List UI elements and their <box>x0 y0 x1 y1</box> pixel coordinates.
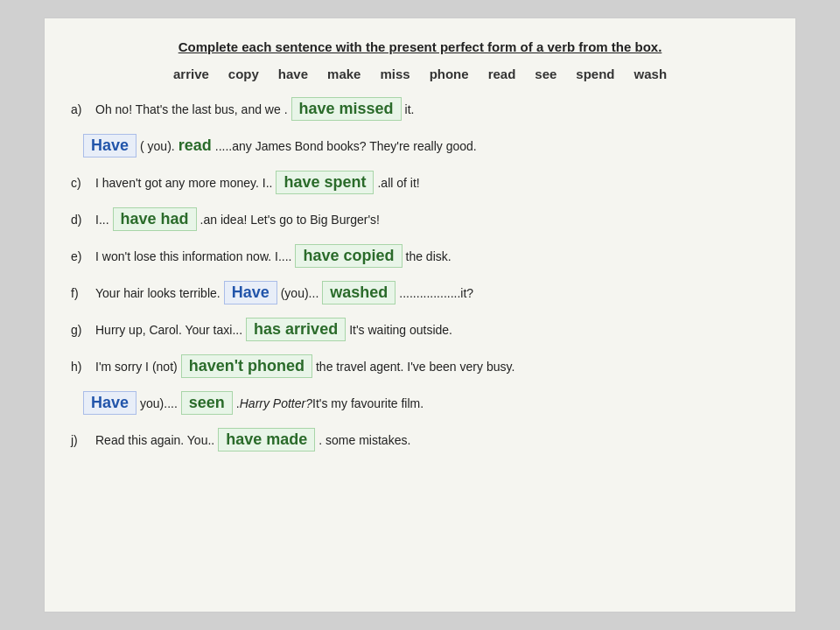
sentence-text: ..................it? <box>399 286 473 300</box>
sentence-row: h)I'm sorry I (not)haven't phonedthe tra… <box>71 354 769 386</box>
sentence-text: .all of it! <box>377 176 419 190</box>
sentence-label: f) <box>71 286 95 300</box>
answer-text: have made <box>218 428 315 452</box>
sentence-text: It's my favourite film. <box>312 396 424 410</box>
word-box-item: have <box>278 66 308 81</box>
sentence-label: c) <box>71 176 95 190</box>
word-box-item: spend <box>576 66 614 81</box>
sentences-container: a)Oh no! That's the last bus, and we .ha… <box>71 97 769 459</box>
sentence-text: I won't lose this information now. I.... <box>95 249 291 263</box>
sentence-text: .an idea! Let's go to Big Burger's! <box>200 213 380 227</box>
sentence-label: a) <box>71 102 95 116</box>
sentence-text: Your hair looks terrible. <box>95 286 220 300</box>
word-box-item: miss <box>380 66 410 81</box>
word-box-item: wash <box>634 66 668 81</box>
word-box-item: make <box>327 66 360 81</box>
sentence-text: I'm sorry I (not) <box>95 360 178 374</box>
word-box-item: copy <box>228 66 259 81</box>
inline-answer-text: read <box>178 136 212 155</box>
sentence-row: c)I haven't got any more money. I..have … <box>71 171 769 202</box>
sentence-text: I... <box>95 213 109 227</box>
word-box-item: arrive <box>173 66 209 81</box>
sentence-text: Hurry up, Carol. Your taxi... <box>95 323 242 337</box>
sentence-text: ( you). <box>140 139 175 153</box>
main-card: Complete each sentence with the present … <box>44 18 796 612</box>
word-box-item: read <box>488 66 516 81</box>
answer-text: have spent <box>276 171 374 194</box>
sentence-text: . some mistakes. <box>318 433 410 447</box>
answer-blue-text: Have <box>224 281 277 304</box>
sentence-text: I haven't got any more money. I.. <box>95 176 272 190</box>
sentence-text: the disk. <box>406 249 452 263</box>
sentence-text: Oh no! That's the last bus, and we . <box>95 102 288 116</box>
answer-text: washed <box>322 281 396 304</box>
sentence-text: .....any James Bond books? They're reall… <box>215 139 477 153</box>
answer-text: have copied <box>295 244 402 268</box>
sentence-row: e)I won't lose this information now. I..… <box>71 244 769 276</box>
sentence-label: d) <box>71 213 95 227</box>
sentence-row: Haveyou)....seen.Harry Potter?It's my fa… <box>71 391 769 423</box>
answer-text: haven't phoned <box>181 354 312 378</box>
italic-text: Harry Potter? <box>240 396 312 410</box>
sentence-text: the travel agent. I've been very busy. <box>316 360 514 374</box>
word-box: arrivecopyhavemakemissphonereadseespendw… <box>71 66 769 81</box>
word-box-item: see <box>535 66 556 81</box>
answer-text: seen <box>181 391 233 415</box>
sentence-row: g)Hurry up, Carol. Your taxi...has arriv… <box>71 318 769 349</box>
sentence-row: a)Oh no! That's the last bus, and we .ha… <box>71 97 769 129</box>
sentence-label: e) <box>71 249 95 263</box>
sentence-row: j)Read this again. You..have made. some … <box>71 428 769 459</box>
sentence-text: (you)... <box>281 286 319 300</box>
answer-text: have missed <box>291 97 402 121</box>
sentence-row: Have( you).read.....any James Bond books… <box>71 134 769 165</box>
sentence-label: g) <box>71 323 95 337</box>
answer-text: has arrived <box>246 318 346 341</box>
sentence-row: d)I...have had.an idea! Let's go to Big … <box>71 207 769 239</box>
sentence-text: It's waiting outside. <box>349 323 452 337</box>
sentence-text: you).... <box>140 396 178 410</box>
sentence-label: h) <box>71 360 95 374</box>
answer-text: have had <box>113 207 197 231</box>
answer-blue-text: Have <box>83 391 136 415</box>
word-box-item: phone <box>430 66 469 81</box>
page-title: Complete each sentence with the present … <box>71 39 769 54</box>
sentence-text: Read this again. You.. <box>95 433 214 447</box>
sentence-text: it. <box>405 102 415 116</box>
sentence-label: j) <box>71 433 95 447</box>
answer-blue-text: Have <box>83 134 136 158</box>
sentence-row: f)Your hair looks terrible.Have(you)...w… <box>71 281 769 312</box>
